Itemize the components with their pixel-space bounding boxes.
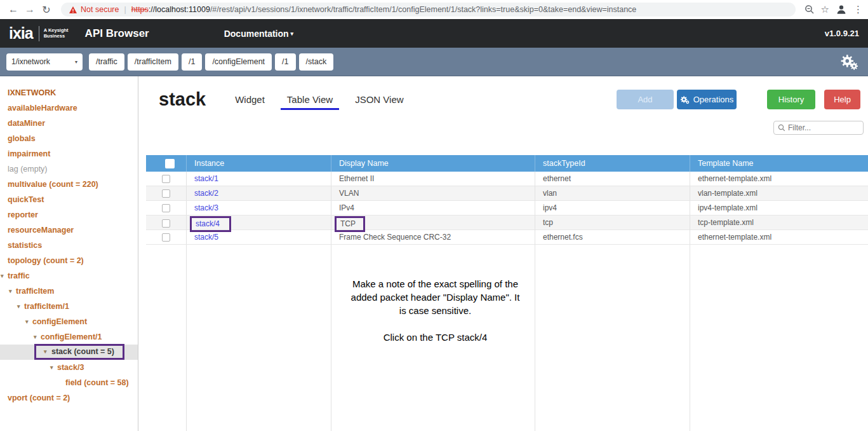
sidebar-item-label: stack/3 (57, 363, 84, 372)
forward-icon[interactable]: → (22, 4, 38, 15)
help-button[interactable]: Help (824, 90, 860, 109)
instance-link[interactable]: stack/2 (194, 189, 218, 198)
bookmark-star-icon[interactable]: ☆ (821, 4, 829, 15)
instance-link[interactable]: stack/4 (196, 219, 220, 228)
history-button[interactable]: History (767, 90, 815, 109)
breadcrumb-item[interactable]: /configElement (205, 53, 272, 71)
instance-cell: stack/2 (186, 186, 331, 200)
sidebar-item-label: topology (count = 2) (8, 256, 84, 265)
sidebar-item-multivalue[interactable]: multivalue (count = 220) (0, 177, 138, 192)
breadcrumb-item[interactable]: /1 (182, 53, 202, 71)
version-label: v1.0.9.21 (825, 29, 859, 38)
caret-down-icon[interactable]: ▾ (25, 314, 32, 329)
instance-link[interactable]: stack/5 (194, 233, 218, 242)
sidebar-item-quicktest[interactable]: quickTest (0, 192, 138, 207)
sidebar-item-resourcemanager[interactable]: resourceManager (0, 222, 138, 238)
documentation-label: Documentation (224, 29, 289, 39)
documentation-menu[interactable]: Documentation ▾ (224, 29, 293, 39)
not-secure-label[interactable]: Not secure (81, 5, 119, 14)
table-header: Instance Display Name stackTypeId Templa… (146, 155, 868, 172)
breadcrumb-pills: /traffic/trafficItem/1/configElement/1/s… (89, 53, 333, 71)
sidebar-item-traffic[interactable]: ▾traffic (0, 268, 138, 284)
sidebar-item-availablehardware[interactable]: availableHardware (0, 100, 138, 116)
breadcrumb-item[interactable]: /1 (275, 53, 295, 71)
row-checkbox[interactable] (162, 175, 170, 183)
keysight-tagline: A Keysight Business (44, 28, 69, 39)
instance-cell: stack/4 (186, 216, 331, 231)
caret-down-icon[interactable]: ▾ (1, 268, 8, 284)
page-title: stack (159, 89, 206, 110)
app-header: ixia A Keysight Business API Browser Doc… (0, 19, 868, 48)
tab-table-view[interactable]: Table View (281, 94, 339, 110)
sidebar-item-topology[interactable]: topology (count = 2) (0, 253, 138, 268)
sidebar-item-vport[interactable]: vport (count = 2) (0, 390, 138, 406)
sidebar-item-statistics[interactable]: statistics (0, 238, 138, 253)
table-row: stack/3IPv4ipv4ipv4-template.xml (146, 201, 868, 216)
sidebar-item-reporter[interactable]: reporter (0, 207, 138, 222)
sidebar-item-dataminer[interactable]: dataMiner (0, 116, 138, 131)
select-all-checkbox[interactable] (165, 159, 175, 168)
sidebar-item-trafficitem1[interactable]: ▾trafficItem/1 (0, 299, 138, 314)
settings-gears-icon[interactable] (840, 53, 858, 70)
caret-down-icon[interactable]: ▾ (50, 360, 57, 375)
table-row: stack/4TCPtcptcp-template.xml (146, 216, 868, 230)
session-select-value: 1/ixnetwork (11, 57, 50, 66)
row-checkbox[interactable] (162, 204, 170, 212)
operations-button[interactable]: Operations (677, 90, 737, 109)
url-path: /#/rest/api/v1/sessions/1/ixnetwork/traf… (210, 5, 636, 14)
sidebar-item-label: vport (count = 2) (8, 393, 70, 402)
logo-divider (39, 26, 39, 41)
reload-icon[interactable]: ↻ (38, 4, 55, 16)
display-name-cell: IPv4 (331, 201, 535, 215)
main-panel: stack Widget Table View JSON View Add (138, 76, 868, 431)
row-checkbox[interactable] (162, 233, 170, 242)
breadcrumb-item[interactable]: /traffic (89, 53, 124, 71)
browser-toolbar: ← → ↻ Not secure | https://localhost:110… (0, 0, 868, 19)
column-header-display-name[interactable]: Display Name (331, 155, 535, 172)
instance-cell: stack/1 (186, 172, 331, 186)
caret-down-icon: ▾ (75, 59, 77, 65)
sidebar-item-label: impairment (8, 149, 50, 158)
row-checkbox[interactable] (162, 219, 170, 228)
breadcrumb-item[interactable]: /trafficItem (128, 53, 178, 71)
app-title: API Browser (85, 27, 149, 40)
caret-down-icon[interactable]: ▾ (9, 284, 16, 299)
tab-widget[interactable]: Widget (229, 94, 271, 110)
breadcrumb-item[interactable]: /stack (299, 53, 334, 71)
annotation-note: Make a note of the exact spelling of the… (326, 277, 545, 344)
sidebar-item-label: statistics (8, 241, 42, 250)
address-bar[interactable]: Not secure | https://localhost:11009/#/r… (61, 3, 796, 17)
menu-dots-icon[interactable]: ⋮ (853, 4, 863, 15)
sidebar-item-configelement[interactable]: ▾configElement (0, 314, 138, 329)
session-select[interactable]: 1/ixnetwork ▾ (6, 53, 83, 71)
column-header-instance[interactable]: Instance (186, 155, 331, 172)
sidebar-item-lag[interactable]: lag (empty) (0, 161, 138, 177)
sidebar-item-field[interactable]: field (count = 58) (0, 375, 138, 390)
instance-link[interactable]: stack/1 (194, 174, 218, 183)
sidebar-item-label: field (count = 58) (65, 378, 129, 387)
back-icon[interactable]: ← (5, 4, 22, 15)
sidebar-item-globals[interactable]: globals (0, 131, 138, 146)
add-button[interactable]: Add (617, 90, 674, 109)
sidebar-item-trafficitem[interactable]: ▾trafficItem (0, 284, 138, 299)
profile-avatar-icon[interactable] (836, 4, 847, 15)
instance-link[interactable]: stack/3 (194, 203, 218, 212)
row-checkbox[interactable] (162, 189, 170, 198)
column-header-stacktypeid[interactable]: stackTypeId (535, 155, 690, 172)
tagline-line2: Business (44, 33, 65, 39)
zoom-icon[interactable] (805, 4, 815, 15)
column-header-template-name[interactable]: Template Name (690, 155, 868, 172)
sidebar-item-ixnetwork[interactable]: IXNETWORK (0, 85, 138, 100)
caret-down-icon[interactable]: ▾ (44, 346, 51, 358)
filter-input[interactable] (788, 123, 859, 132)
sidebar-item-label: configElement (32, 317, 87, 326)
sidebar-item-stack3[interactable]: ▾stack/3 (0, 360, 138, 375)
display-name-cell: VLAN (331, 186, 535, 200)
tab-json-view[interactable]: JSON View (349, 94, 410, 110)
caret-down-icon[interactable]: ▾ (17, 299, 24, 314)
sidebar-item-stack[interactable]: ▾stack (count = 5) (0, 345, 138, 360)
sidebar-item-configelement1[interactable]: ▾configElement/1 (0, 329, 138, 345)
caret-down-icon[interactable]: ▾ (34, 329, 41, 345)
sidebar-item-label: trafficItem/1 (24, 302, 69, 311)
sidebar-item-impairment[interactable]: impairment (0, 146, 138, 161)
